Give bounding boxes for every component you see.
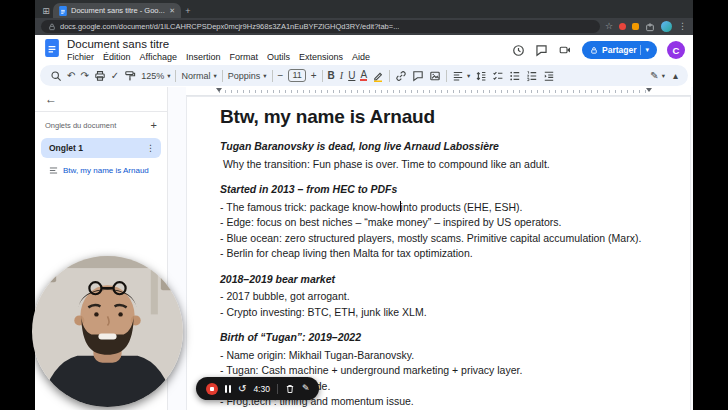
- tab-title: Document sans titre - Goo...: [71, 6, 165, 15]
- new-tab-icon[interactable]: +: [181, 4, 195, 18]
- browser-menu-icon[interactable]: ⋮: [678, 22, 687, 31]
- checklist-icon[interactable]: [492, 70, 504, 82]
- ruler[interactable]: [168, 87, 693, 96]
- decrease-font-icon[interactable]: −: [278, 71, 284, 81]
- editing-mode-caret-icon: ▾: [662, 72, 665, 80]
- extensions-puzzle-icon[interactable]: [645, 22, 655, 32]
- italic-icon[interactable]: I: [340, 71, 343, 81]
- tabs-panel-header: ←: [35, 87, 167, 112]
- paragraph-style-select[interactable]: Normal▾: [181, 71, 216, 81]
- webcam-bubble[interactable]: [32, 256, 183, 407]
- font-select[interactable]: Poppins▾: [228, 71, 267, 81]
- doc-subheading[interactable]: Tugan Baranovsky is dead, long live Arna…: [220, 139, 648, 155]
- restart-recording-icon[interactable]: ↺: [238, 384, 246, 394]
- font-size-input[interactable]: 11: [288, 69, 305, 82]
- increase-font-icon[interactable]: +: [311, 71, 317, 81]
- menu-edition[interactable]: Édition: [103, 52, 131, 62]
- underline-icon[interactable]: U: [348, 71, 355, 81]
- bookmark-star-icon[interactable]: ☆: [605, 22, 613, 31]
- toolbar-divider: [322, 70, 323, 82]
- tabs-panel-title: Onglets du document: [45, 121, 116, 130]
- address-bar[interactable]: docs.google.com/document/d/1lLCAHRCPSDep…: [41, 20, 600, 33]
- doc-line[interactable]: - Edge: focus on best niches – “make mon…: [220, 215, 648, 231]
- doc-line[interactable]: - 2017 bubble, got arrogant.: [220, 289, 648, 305]
- doc-line-with-cursor[interactable]: - The famous trick: package know-howinto…: [220, 200, 648, 216]
- align-left-icon: [452, 70, 464, 82]
- extension-icon[interactable]: [632, 23, 639, 30]
- doc-line[interactable]: - Berlin for cheap living then Malta for…: [220, 246, 648, 262]
- toolbar: ↶ ↷ ✓ 125%▾ Normal▾ Poppins▾ − 11 + B I …: [40, 65, 688, 86]
- paint-format-icon[interactable]: [124, 70, 136, 82]
- title-block: Document sans titre Fichier Édition Affi…: [67, 38, 512, 62]
- browser-tab[interactable]: Document sans titre - Goo... ✕: [53, 3, 181, 18]
- meet-video-icon[interactable]: [558, 44, 572, 56]
- redo-icon[interactable]: ↷: [80, 71, 88, 81]
- align-select[interactable]: ▾: [452, 70, 470, 82]
- tab-close-icon[interactable]: ✕: [169, 7, 175, 15]
- search-menus-icon[interactable]: [50, 70, 62, 82]
- outline-item[interactable]: Btw, my name is Arnaud: [35, 158, 167, 175]
- highlight-color-icon[interactable]: [372, 70, 384, 82]
- share-lock-icon: [590, 46, 598, 55]
- left-margin-marker[interactable]: [216, 88, 222, 92]
- address-bar-row: docs.google.com/document/d/1lLCAHRCPSDep…: [35, 18, 693, 35]
- menu-aide[interactable]: Aide: [352, 52, 370, 62]
- share-button[interactable]: Partager ▾: [582, 41, 657, 59]
- doc-subheading[interactable]: Birth of “Tugan”: 2019–2022: [220, 330, 648, 346]
- doc-heading[interactable]: Btw, my name is Arnaud: [220, 105, 648, 129]
- insert-link-icon[interactable]: [395, 70, 407, 82]
- account-avatar[interactable]: C: [667, 41, 685, 59]
- add-tab-icon[interactable]: +: [151, 120, 157, 131]
- menu-affichage[interactable]: Affichage: [140, 52, 177, 62]
- menu-insertion[interactable]: Insertion: [186, 52, 221, 62]
- undo-icon[interactable]: ↶: [67, 71, 75, 81]
- add-comment-icon[interactable]: [412, 70, 424, 82]
- zoom-select[interactable]: 125%▾: [141, 71, 170, 81]
- font-caret-icon: ▾: [263, 72, 266, 80]
- share-dropdown-icon[interactable]: ▾: [645, 46, 649, 54]
- close-panel-icon[interactable]: ←: [45, 92, 57, 106]
- doc-line[interactable]: Why the transition: Fun phase is over. T…: [220, 157, 648, 173]
- editing-mode-select[interactable]: ✎ ▾: [650, 71, 665, 81]
- pause-recording-button[interactable]: [225, 385, 231, 393]
- tab-options-icon[interactable]: ⋮: [146, 143, 155, 153]
- doc-subheading[interactable]: Started in 2013 – from HEC to PDFs: [220, 182, 648, 198]
- stop-recording-button[interactable]: [206, 383, 218, 395]
- text-color-icon[interactable]: A: [360, 70, 367, 81]
- browser-profile-avatar[interactable]: [661, 21, 672, 32]
- doc-line[interactable]: - Blue ocean: zero structured players, m…: [220, 231, 648, 247]
- draw-tool-icon[interactable]: ✎: [302, 384, 310, 393]
- doc-line[interactable]: - Name origin: Mikhail Tugan-Baranovsky.: [220, 348, 648, 364]
- recording-extension-icon[interactable]: [619, 23, 626, 30]
- toolbar-divider: [222, 70, 223, 82]
- spellcheck-icon[interactable]: ✓: [111, 71, 119, 81]
- print-icon[interactable]: [94, 70, 106, 82]
- google-docs-logo[interactable]: [45, 39, 59, 57]
- screen: ⊞ Document sans titre - Goo... ✕ + docs.…: [0, 0, 728, 410]
- bulleted-list-icon[interactable]: [509, 70, 521, 82]
- indent-icon[interactable]: [543, 70, 555, 82]
- align-caret-icon: ▾: [467, 72, 470, 80]
- doc-line[interactable]: - Crypto investing: BTC, ETH, junk like …: [220, 305, 648, 321]
- style-value: Normal: [181, 71, 210, 81]
- tab-strip: ⊞ Document sans titre - Goo... ✕ +: [35, 0, 693, 18]
- insert-image-icon[interactable]: [429, 70, 441, 82]
- comments-icon[interactable]: [535, 44, 548, 57]
- doc-subheading[interactable]: 2018–2019 bear market: [220, 272, 648, 288]
- version-history-icon[interactable]: [512, 44, 525, 57]
- menu-format[interactable]: Format: [229, 52, 258, 62]
- line-spacing-icon[interactable]: [475, 70, 487, 82]
- delete-recording-icon[interactable]: [285, 384, 295, 394]
- text-after-cursor: into products (EHE, ESH).: [401, 201, 523, 213]
- menu-extensions[interactable]: Extensions: [299, 52, 343, 62]
- document-page[interactable]: Btw, my name is Arnaud Tugan Baranovsky …: [186, 96, 691, 410]
- right-margin-marker[interactable]: [646, 88, 652, 92]
- collapse-toolbar-icon[interactable]: ▴: [673, 71, 678, 81]
- document-title[interactable]: Document sans titre: [67, 38, 512, 51]
- tab-overview-icon[interactable]: ⊞: [39, 4, 53, 18]
- menu-outils[interactable]: Outils: [267, 52, 290, 62]
- numbered-list-icon[interactable]: [526, 70, 538, 82]
- menu-fichier[interactable]: Fichier: [67, 52, 94, 62]
- bold-icon[interactable]: B: [328, 71, 335, 81]
- sidebar-item-onglet1[interactable]: Onglet 1 ⋮: [41, 138, 161, 158]
